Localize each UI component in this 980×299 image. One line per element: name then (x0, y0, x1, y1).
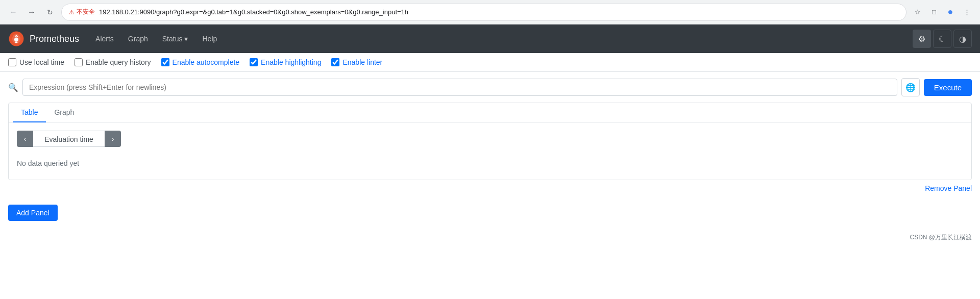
add-panel-section: Add Panel (0, 196, 980, 229)
refresh-button[interactable]: ↻ (43, 5, 57, 19)
extensions-button[interactable]: □ (927, 5, 941, 19)
use-local-time-option[interactable]: Use local time (8, 58, 64, 66)
forward-icon: → (28, 8, 36, 17)
enable-autocomplete-checkbox[interactable] (161, 58, 169, 66)
eval-time-label: Evaluation time (33, 131, 105, 147)
panel-tabs: Table Graph (9, 103, 971, 122)
prometheus-logo (8, 31, 24, 47)
browser-chrome: ← → ↻ ⚠ 不安全 192.168.0.21:9090/graph?g0.e… (0, 0, 980, 24)
extensions-icon: □ (932, 8, 936, 16)
refresh-icon: ↻ (47, 8, 53, 16)
security-label: 不安全 (77, 8, 95, 16)
enable-highlighting-label: Enable highlighting (261, 58, 321, 66)
enable-query-history-option[interactable]: Enable query history (75, 58, 151, 66)
warning-icon: ⚠ (69, 9, 75, 16)
options-bar: Use local time Enable query history Enab… (0, 53, 980, 72)
sidebar-item-status[interactable]: Status ▾ (156, 31, 194, 47)
watermark: CSDN @万里长江横渡 (0, 229, 980, 246)
sidebar-item-help[interactable]: Help (196, 31, 223, 47)
use-local-time-checkbox[interactable] (8, 58, 16, 66)
enable-autocomplete-label: Enable autocomplete (173, 58, 240, 66)
svg-rect-2 (15, 42, 18, 43)
address-bar[interactable]: ⚠ 不安全 192.168.0.21:9090/graph?g0.expr=&g… (61, 4, 906, 21)
enable-linter-checkbox[interactable] (331, 58, 339, 66)
bookmark-button[interactable]: ☆ (911, 5, 925, 19)
url-text: 192.168.0.21:9090/graph?g0.expr=&g0.tab=… (99, 8, 899, 16)
panel-content: ‹ Evaluation time › No data queried yet (9, 122, 971, 180)
tab-graph[interactable]: Graph (46, 103, 82, 122)
navbar-nav: Alerts Graph Status ▾ Help (89, 31, 913, 47)
navbar: Prometheus Alerts Graph Status ▾ Help ⚙ … (0, 24, 980, 53)
gear-icon: ⚙ (918, 34, 925, 44)
search-icon: 🔍 (8, 83, 18, 92)
eval-next-button[interactable]: › (105, 131, 121, 147)
dark-mode-button[interactable]: ☾ (933, 30, 951, 48)
chevron-down-icon: ▾ (184, 35, 188, 43)
navbar-brand[interactable]: Prometheus (8, 31, 79, 47)
menu-icon: ⋮ (964, 8, 970, 16)
enable-autocomplete-option[interactable]: Enable autocomplete (161, 58, 240, 66)
moon-icon: ☾ (939, 34, 946, 44)
globe-button[interactable]: 🌐 (901, 78, 920, 96)
brand-label: Prometheus (30, 34, 79, 44)
sidebar-item-alerts[interactable]: Alerts (89, 31, 120, 47)
enable-query-history-checkbox[interactable] (75, 58, 83, 66)
enable-linter-option[interactable]: Enable linter (331, 58, 382, 66)
app: Prometheus Alerts Graph Status ▾ Help ⚙ … (0, 24, 980, 299)
tab-table[interactable]: Table (13, 103, 46, 122)
add-panel-button[interactable]: Add Panel (8, 205, 58, 221)
no-data-message: No data queried yet (17, 155, 963, 171)
execute-button[interactable]: Execute (924, 79, 972, 96)
star-icon: ☆ (915, 8, 921, 16)
prev-icon: ‹ (24, 135, 27, 143)
query-bar: 🔍 🌐 Execute (0, 72, 980, 103)
svg-point-1 (14, 38, 18, 42)
enable-highlighting-checkbox[interactable] (250, 58, 258, 66)
use-local-time-label: Use local time (19, 58, 64, 66)
panel: Table Graph ‹ Evaluation time › No data … (8, 103, 972, 180)
eval-prev-button[interactable]: ‹ (17, 131, 33, 147)
menu-button[interactable]: ⋮ (960, 5, 974, 19)
navbar-right: ⚙ ☾ ◑ (913, 30, 972, 48)
panel-footer: Remove Panel (0, 180, 980, 196)
contrast-button[interactable]: ◑ (953, 30, 972, 48)
eval-time-bar: ‹ Evaluation time › (17, 131, 963, 147)
watermark-text: CSDN @万里长江横渡 (910, 234, 972, 241)
forward-button[interactable]: → (24, 5, 39, 19)
sidebar-item-graph[interactable]: Graph (122, 31, 154, 47)
back-button[interactable]: ← (6, 5, 20, 19)
enable-query-history-label: Enable query history (86, 58, 151, 66)
contrast-icon: ◑ (959, 34, 966, 44)
next-icon: › (112, 135, 114, 143)
profile-button[interactable]: ● (943, 5, 958, 19)
status-label: Status (162, 35, 183, 43)
enable-linter-label: Enable linter (342, 58, 382, 66)
enable-highlighting-option[interactable]: Enable highlighting (250, 58, 321, 66)
browser-actions: ☆ □ ● ⋮ (911, 5, 974, 19)
query-input[interactable] (22, 79, 897, 96)
profile-icon: ● (948, 7, 953, 17)
gear-button[interactable]: ⚙ (913, 30, 931, 48)
globe-icon: 🌐 (905, 83, 916, 92)
security-indicator: ⚠ 不安全 (69, 8, 95, 16)
back-icon: ← (9, 8, 17, 17)
remove-panel-link[interactable]: Remove Panel (925, 184, 972, 192)
